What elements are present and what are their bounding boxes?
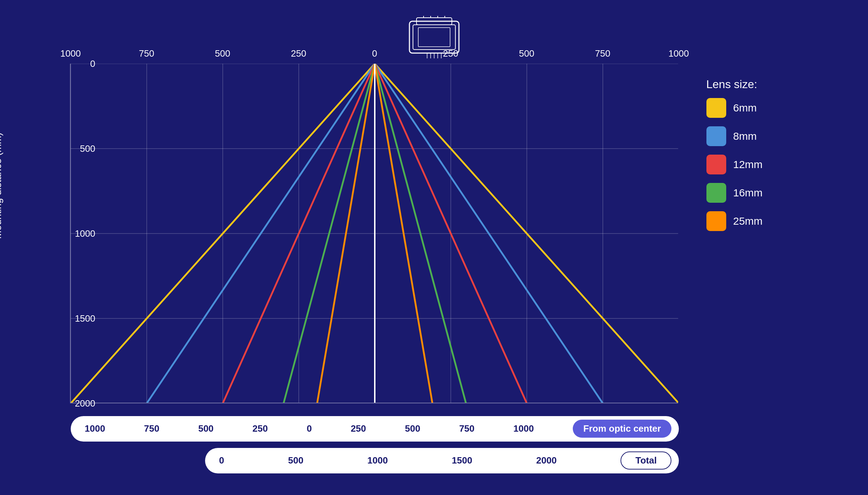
x-tick-250: 250 (443, 48, 458, 59)
legend-swatch-8mm (706, 126, 726, 146)
legend-label-6mm: 6mm (733, 102, 757, 114)
legend-label-25mm: 25mm (733, 215, 763, 227)
svg-line-35 (317, 64, 375, 403)
x-tick-neg250: 250 (291, 48, 306, 59)
legend-swatch-16mm (706, 183, 726, 203)
legend-item-25mm: 25mm (706, 211, 841, 231)
x-bar2-2000: 2000 (536, 455, 557, 466)
x-tick-1000: 1000 (669, 48, 689, 59)
legend-label-16mm: 16mm (733, 187, 763, 199)
legend-swatch-25mm (706, 211, 726, 231)
total-label: Total (621, 451, 671, 470)
svg-rect-2 (413, 25, 455, 50)
legend-title: Lens size: (706, 78, 841, 91)
legend-swatch-6mm (706, 98, 726, 118)
svg-line-29 (147, 64, 375, 403)
x-bar-750-l: 750 (144, 423, 159, 434)
y-tick-1500: 1500 (67, 313, 95, 324)
y-tick-500: 500 (67, 143, 95, 154)
x-bar2-0: 0 (219, 455, 224, 466)
x-bar2-1500: 1500 (452, 455, 472, 466)
x-bar-1000-r: 1000 (513, 423, 534, 434)
x-tick-neg500: 500 (215, 48, 230, 59)
chart-area: 0 500 1000 1500 2000 Mounting distance (… (70, 64, 678, 403)
x-bar-250-r: 250 (351, 423, 366, 434)
x-bar-1000-l: 1000 (85, 423, 105, 434)
legend-label-12mm: 12mm (733, 159, 763, 171)
x-bar-500-r: 500 (405, 423, 420, 434)
legend-label-8mm: 8mm (733, 130, 757, 142)
x-bar2-500: 500 (288, 455, 303, 466)
y-tick-1000: 1000 (67, 228, 95, 239)
legend-item-6mm: 6mm (706, 98, 841, 118)
legend-item-16mm: 16mm (706, 183, 841, 203)
x-bar2-1000: 1000 (367, 455, 388, 466)
x-axis-bar-optic: 1000 750 500 250 0 250 500 750 1000 From… (71, 416, 679, 442)
x-tick-neg750: 750 (139, 48, 154, 59)
grid-svg (71, 64, 678, 403)
svg-rect-3 (418, 28, 450, 47)
x-bar-250-l: 250 (252, 423, 268, 434)
main-container: 0 500 1000 1500 2000 Mounting distance (… (0, 0, 868, 495)
y-tick-0: 0 (67, 58, 95, 69)
x-tick-neg1000: 1000 (60, 48, 81, 59)
svg-line-36 (375, 64, 432, 403)
svg-line-30 (375, 64, 603, 403)
x-bar-750-r: 750 (459, 423, 474, 434)
legend: Lens size: 6mm 8mm 12mm 16mm 25mm (706, 78, 841, 240)
from-optic-center-label: From optic center (573, 420, 672, 438)
x-tick-750: 750 (595, 48, 610, 59)
x-axis-bar-total: 0 500 1000 1500 2000 Total (205, 448, 679, 473)
legend-item-8mm: 8mm (706, 126, 841, 146)
y-tick-2000: 2000 (67, 398, 95, 409)
x-bar-0-c: 0 (307, 423, 311, 434)
legend-item-12mm: 12mm (706, 155, 841, 174)
chart-wrapper: 0 500 1000 1500 2000 Mounting distance (… (28, 14, 841, 481)
x-bar-500-l: 500 (198, 423, 214, 434)
legend-swatch-12mm (706, 155, 726, 174)
x-tick-0: 0 (372, 48, 377, 59)
x-tick-500: 500 (519, 48, 534, 59)
y-axis-label: Mounting distance (mm) (0, 133, 4, 239)
